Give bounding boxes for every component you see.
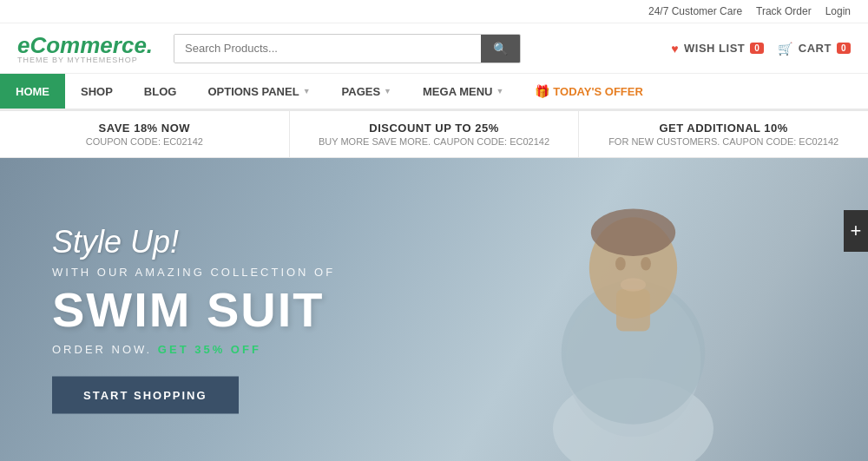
nav-pages-label: PAGES <box>342 85 381 98</box>
nav-blog[interactable]: BLOG <box>128 74 193 109</box>
nav-mega-label: MEGA MENU <box>423 85 492 98</box>
hero-person-image <box>434 158 799 461</box>
promo-code-2: BUY MORE SAVE MORE. CAUPON CODE: EC02142 <box>307 136 562 147</box>
cart-label: CART <box>799 42 832 55</box>
cart-icon: 🛒 <box>778 42 793 56</box>
promo-item-3: GET ADDITIONAL 10% FOR NEW CUSTOMERS. CA… <box>579 111 868 157</box>
promo-code-3: FOR NEW CUSTOMERS. CAUPON CODE: EC02142 <box>596 136 851 147</box>
chevron-down-icon: ▼ <box>303 87 311 95</box>
wishlist-button[interactable]: ♥ WISH LIST 0 <box>671 42 764 56</box>
nav-todays-offer[interactable]: 🎁 TODAY'S OFFER <box>519 74 659 109</box>
logo-tagline: THEME BY MYTHEMESHOP <box>17 56 156 64</box>
hero-order-text: ORDER NOW. GET 35% OFF <box>52 343 335 356</box>
promo-code-1: COUPON CODE: EC02142 <box>17 136 272 147</box>
promo-item-1: SAVE 18% NOW COUPON CODE: EC02142 <box>0 111 290 157</box>
nav-mega-menu[interactable]: MEGA MENU ▼ <box>407 74 519 109</box>
svg-point-7 <box>641 257 651 271</box>
nav-blog-label: BLOG <box>144 85 177 98</box>
nav-home-label: HOME <box>16 85 49 98</box>
hero-discount-text: GET 35% OFF <box>158 343 261 356</box>
main-nav: HOME SHOP BLOG OPTIONS PANEL ▼ PAGES ▼ M… <box>0 74 868 111</box>
cart-button[interactable]: 🛒 CART 0 <box>778 42 851 56</box>
hero-main-title: SWIM SUIT <box>52 286 335 334</box>
nav-pages[interactable]: PAGES ▼ <box>326 74 407 109</box>
promo-bar: SAVE 18% NOW COUPON CODE: EC02142 DISCOU… <box>0 111 868 158</box>
search-bar: 🔍 <box>174 34 521 63</box>
svg-point-8 <box>621 278 646 292</box>
svg-point-6 <box>615 257 626 271</box>
nav-home[interactable]: HOME <box>0 74 65 109</box>
chevron-down-icon: ▼ <box>496 87 503 95</box>
hero-section: Style Up! WITH OUR AMAZING COLLECTION OF… <box>0 158 868 461</box>
search-icon: 🔍 <box>493 42 508 56</box>
promo-item-2: DISCOUNT UP TO 25% BUY MORE SAVE MORE. C… <box>290 111 580 157</box>
gift-icon: 🎁 <box>535 84 549 98</box>
svg-point-5 <box>591 208 675 256</box>
heart-icon: ♥ <box>671 42 679 56</box>
customer-care-link[interactable]: 24/7 Customer Care <box>648 5 742 17</box>
nav-shop-label: SHOP <box>81 85 113 98</box>
chevron-down-icon: ▼ <box>384 87 391 95</box>
nav-options-panel[interactable]: OPTIONS PANEL ▼ <box>192 74 326 109</box>
logo: eCommerce. THEME BY MYTHEMESHOP <box>17 32 156 64</box>
expand-button[interactable]: + <box>844 210 868 252</box>
hero-subtitle: WITH OUR AMAZING COLLECTION OF <box>52 266 335 279</box>
wishlist-badge: 0 <box>750 43 764 54</box>
header: eCommerce. THEME BY MYTHEMESHOP 🔍 ♥ WISH… <box>0 23 868 74</box>
hero-italic-title: Style Up! <box>52 224 335 260</box>
promo-title-3: GET ADDITIONAL 10% <box>596 122 851 135</box>
start-shopping-button[interactable]: START SHOPPING <box>52 377 239 414</box>
wishlist-label: WISH LIST <box>684 42 745 55</box>
promo-title-1: SAVE 18% NOW <box>17 122 272 135</box>
track-order-link[interactable]: Track Order <box>756 5 812 17</box>
cart-badge: 0 <box>837 43 851 54</box>
search-input[interactable] <box>174 35 481 63</box>
top-bar: 24/7 Customer Care Track Order Login <box>0 0 868 23</box>
search-button[interactable]: 🔍 <box>481 35 520 63</box>
promo-title-2: DISCOUNT UP TO 25% <box>307 122 562 135</box>
login-link[interactable]: Login <box>825 5 851 17</box>
header-actions: ♥ WISH LIST 0 🛒 CART 0 <box>671 42 851 56</box>
hero-content: Style Up! WITH OUR AMAZING COLLECTION OF… <box>52 224 335 414</box>
nav-offer-label: TODAY'S OFFER <box>553 85 643 98</box>
nav-shop[interactable]: SHOP <box>65 74 128 109</box>
hero-order-label: ORDER NOW. <box>52 343 152 356</box>
nav-options-label: OPTIONS PANEL <box>207 85 299 98</box>
